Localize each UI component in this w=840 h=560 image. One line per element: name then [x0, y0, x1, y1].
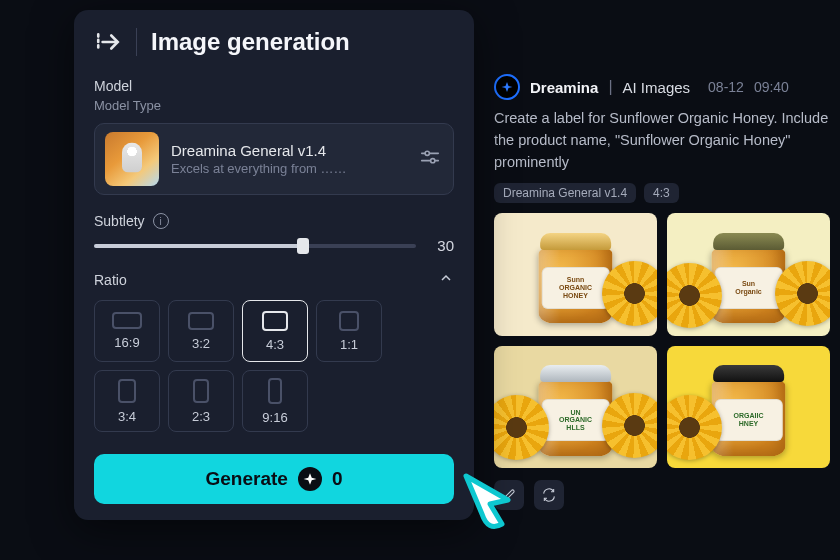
result-image-4[interactable]: ORGAIICHNEY — [667, 346, 830, 468]
ratio-tile-3-4[interactable]: 3:4 — [94, 370, 160, 432]
generation-result: Dreamina | AI Images 08-12 09:40 Create … — [494, 74, 830, 510]
generate-label: Generate — [206, 468, 288, 490]
generate-button[interactable]: Generate 0 — [94, 454, 454, 504]
ratio-shape-icon — [268, 378, 282, 404]
ratio-tile-label: 4:3 — [266, 337, 284, 352]
header-divider — [136, 28, 137, 56]
svg-point-3 — [425, 151, 429, 155]
subtlety-row: Subtlety i — [94, 213, 454, 229]
ratio-shape-icon — [193, 379, 209, 403]
result-image-2[interactable]: SunOrganic — [667, 213, 830, 335]
credit-icon — [298, 467, 322, 491]
ratio-tile-1-1[interactable]: 1:1 — [316, 300, 382, 362]
cursor-pointer-icon — [458, 470, 522, 538]
ratio-shape-icon — [118, 379, 136, 403]
subtlety-slider[interactable]: 30 — [94, 237, 454, 254]
subtlety-label: Subtlety — [94, 213, 145, 229]
ratio-tile-label: 3:4 — [118, 409, 136, 424]
subtlety-value: 30 — [430, 237, 454, 254]
slider-fill — [94, 244, 303, 248]
image-generation-panel: Image generation Model Model Type Dreami… — [74, 10, 474, 520]
svg-point-5 — [431, 159, 435, 163]
expand-right-icon[interactable] — [94, 28, 122, 56]
ratio-shape-icon — [262, 311, 288, 331]
model-section-label: Model — [94, 78, 454, 94]
ratio-tile-label: 1:1 — [340, 337, 358, 352]
ratio-tile-16-9[interactable]: 16:9 — [94, 300, 160, 362]
sliders-icon[interactable] — [419, 146, 443, 172]
ratio-shape-icon — [112, 312, 142, 329]
result-source: Dreamina — [530, 79, 598, 96]
ratio-tile-9-16[interactable]: 9:16 — [242, 370, 308, 432]
result-image-1[interactable]: SunnORGANICHONEY — [494, 213, 657, 335]
ratio-tile-4-3[interactable]: 4:3 — [242, 300, 308, 362]
ratio-grid: 16:93:24:31:13:42:39:16 — [94, 300, 454, 432]
result-image-3[interactable]: UNORGANICHLLS — [494, 346, 657, 468]
result-date: 08-12 — [708, 79, 744, 95]
chevron-up-icon[interactable] — [438, 270, 454, 290]
panel-title: Image generation — [151, 28, 350, 56]
regenerate-button[interactable] — [534, 480, 564, 510]
model-selector[interactable]: Dreamina General v1.4 Excels at everythi… — [94, 123, 454, 195]
generate-cost: 0 — [332, 468, 343, 490]
dreamina-logo-icon — [494, 74, 520, 100]
result-actions — [494, 480, 830, 510]
model-text: Dreamina General v1.4 Excels at everythi… — [171, 142, 407, 176]
ratio-shape-icon — [339, 311, 359, 331]
model-name: Dreamina General v1.4 — [171, 142, 407, 159]
result-image-grid: SunnORGANICHONEYSunOrganicUNORGANICHLLSO… — [494, 213, 830, 468]
chip-model: Dreamina General v1.4 — [494, 183, 636, 203]
ratio-tile-label: 2:3 — [192, 409, 210, 424]
ratio-shape-icon — [188, 312, 214, 330]
slider-handle[interactable] — [297, 238, 309, 254]
ratio-label: Ratio — [94, 272, 127, 288]
info-icon[interactable]: i — [153, 213, 169, 229]
model-type-label: Model Type — [94, 98, 454, 113]
result-chips: Dreamina General v1.4 4:3 — [494, 183, 830, 203]
result-prompt: Create a label for Sunflower Organic Hon… — [494, 108, 830, 173]
slider-track[interactable] — [94, 244, 416, 248]
pipe-separator: | — [608, 78, 612, 96]
result-kind: AI Images — [623, 79, 691, 96]
ratio-tile-label: 16:9 — [114, 335, 139, 350]
ratio-tile-2-3[interactable]: 2:3 — [168, 370, 234, 432]
chip-ratio: 4:3 — [644, 183, 679, 203]
model-description: Excels at everything from …… — [171, 161, 407, 176]
ratio-tile-label: 9:16 — [262, 410, 287, 425]
panel-header: Image generation — [94, 28, 454, 56]
ratio-tile-label: 3:2 — [192, 336, 210, 351]
ratio-tile-3-2[interactable]: 3:2 — [168, 300, 234, 362]
result-header: Dreamina | AI Images 08-12 09:40 — [494, 74, 830, 100]
result-time: 09:40 — [754, 79, 789, 95]
ratio-header[interactable]: Ratio — [94, 270, 454, 290]
model-thumbnail — [105, 132, 159, 186]
